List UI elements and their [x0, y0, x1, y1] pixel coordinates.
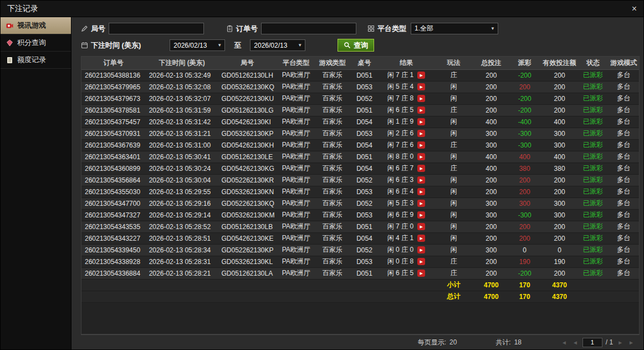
column-header[interactable]: 游戏模式	[609, 57, 639, 69]
table-row[interactable]: 2602130543709312026-02-13 05:31:21GD0532…	[81, 128, 639, 139]
play-video-icon[interactable]: ▶	[417, 130, 425, 137]
cell-play-type: 庄	[433, 69, 474, 81]
first-page-button[interactable]: ◄	[560, 339, 568, 346]
play-video-icon[interactable]: ▶	[417, 270, 425, 277]
column-header[interactable]: 平台类型	[277, 57, 315, 69]
play-video-icon[interactable]: ▶	[417, 176, 425, 184]
date-from-picker[interactable]: 2026/02/13 ▼	[170, 39, 225, 51]
cell-payout: 200	[508, 174, 541, 186]
platform-type-select[interactable]: 1.全部 ▼	[411, 23, 498, 34]
play-video-icon[interactable]: ▶	[417, 83, 425, 90]
cell-game-type: 百家乐	[315, 197, 349, 209]
play-video-icon[interactable]: ▶	[417, 165, 425, 172]
per-page-value[interactable]: 20	[449, 338, 457, 346]
table-row[interactable]: 2602130543477002026-02-13 05:29:16GD0522…	[81, 197, 639, 209]
result-text: 闲 8 庄 0	[387, 153, 413, 160]
sidebar-item-video-games[interactable]: 视讯游戏	[1, 17, 71, 34]
table-row[interactable]: 2602130543394502026-02-13 05:28:34GD0522…	[81, 244, 639, 256]
query-button[interactable]: 查询	[338, 39, 374, 52]
cell-game-type: 百家乐	[315, 163, 349, 174]
play-video-icon[interactable]: ▶	[417, 188, 425, 195]
column-header[interactable]: 总投注	[474, 57, 508, 69]
play-video-icon[interactable]: ▶	[417, 95, 425, 102]
cell-total-bet: 200	[474, 69, 508, 81]
column-header[interactable]: 下注时间 (美东)	[146, 57, 218, 69]
cell-round-number: GD051262130LE	[218, 151, 277, 163]
cell-empty	[380, 291, 433, 302]
cell-empty	[577, 279, 608, 291]
cell-table-number: D053	[349, 209, 380, 221]
table-row[interactable]: 2602130543435352026-02-13 05:28:52GD0512…	[81, 221, 639, 232]
cell-order-number: 260213054370931	[81, 128, 146, 139]
play-video-icon[interactable]: ▶	[417, 118, 425, 125]
cell-order-number: 260213054343535	[81, 221, 146, 232]
sidebar-item-label: 额度记录	[17, 55, 46, 65]
date-to-picker[interactable]: 2026/02/13 ▼	[250, 39, 305, 51]
table-row[interactable]: 2602130543473272026-02-13 05:29:14GD0532…	[81, 209, 639, 221]
table-row[interactable]: 2602130543368842026-02-13 05:28:21GD0512…	[81, 267, 639, 279]
cell-platform-type: PA欧洲厅	[277, 256, 315, 267]
page-number-input[interactable]	[582, 338, 602, 347]
per-page-group: 每页显示: 20	[418, 338, 457, 347]
table-row[interactable]: 2602130543796732026-02-13 05:32:07GD0522…	[81, 93, 639, 104]
cell-bet-time: 2026-02-13 05:30:04	[146, 174, 218, 186]
table-row[interactable]: 2602130543568642026-02-13 05:30:04GD0522…	[81, 174, 639, 186]
sidebar-item-quota-records[interactable]: 额度记录	[1, 52, 71, 69]
play-video-icon[interactable]: ▶	[417, 106, 425, 114]
play-video-icon[interactable]: ▶	[417, 223, 425, 230]
last-page-button[interactable]: ►	[627, 339, 635, 346]
close-icon[interactable]: ×	[632, 4, 637, 13]
title-bar: 下注记录 ×	[1, 1, 643, 17]
table-row[interactable]: 2602130543785812026-02-13 05:31:59GD0512…	[81, 104, 639, 116]
table-row[interactable]: 2602130543754572026-02-13 05:31:42GD0542…	[81, 116, 639, 128]
summary-label: 总计	[433, 291, 474, 302]
column-header[interactable]: 玩法	[433, 57, 474, 69]
cell-platform-type: PA欧洲厅	[277, 104, 315, 116]
table-row[interactable]: 2602130543881362026-02-13 05:32:49GD0512…	[81, 69, 639, 81]
column-header[interactable]: 结果	[380, 57, 433, 69]
result-text: 闲 6 庄 9	[387, 211, 413, 219]
summary-valid-bet: 4370	[541, 291, 577, 302]
summary-payout: 170	[508, 279, 541, 291]
diamond-icon	[6, 39, 13, 47]
play-video-icon[interactable]: ▶	[417, 141, 425, 149]
sidebar-item-points-query[interactable]: 积分查询	[1, 34, 71, 52]
result-text: 闲 7 庄 8	[387, 94, 413, 102]
column-header[interactable]: 状态	[577, 57, 608, 69]
cell-game-type: 百家乐	[315, 174, 349, 186]
round-number-input[interactable]	[109, 23, 204, 34]
cell-result: 闲 2 庄 6▶	[380, 128, 433, 139]
next-page-button[interactable]: ►	[616, 339, 624, 346]
play-video-icon[interactable]: ▶	[417, 72, 425, 79]
table-row[interactable]: 2602130543799652026-02-13 05:32:08GD0532…	[81, 81, 639, 93]
column-header[interactable]: 有效投注额	[541, 57, 577, 69]
play-video-icon[interactable]: ▶	[417, 153, 425, 160]
play-video-icon[interactable]: ▶	[417, 235, 425, 242]
platform-type-value: 1.全部	[415, 24, 433, 33]
play-video-icon[interactable]: ▶	[417, 211, 425, 219]
cell-status: 已派彩	[577, 221, 608, 232]
cell-game-type: 百家乐	[315, 232, 349, 244]
table-header-row: 订单号下注时间 (美东)局号平台类型游戏类型桌号结果玩法总投注派彩有效投注额状态…	[81, 57, 639, 69]
table-row[interactable]: 2602130543676392026-02-13 05:31:00GD0542…	[81, 139, 639, 151]
column-header[interactable]: 派彩	[508, 57, 541, 69]
play-video-icon[interactable]: ▶	[417, 246, 425, 253]
table-row[interactable]: 2602130543550302026-02-13 05:29:55GD0532…	[81, 186, 639, 197]
table-row[interactable]: 2602130543634012026-02-13 05:30:41GD0512…	[81, 151, 639, 163]
column-header[interactable]: 订单号	[81, 57, 146, 69]
cell-play-type: 庄	[433, 267, 474, 279]
cell-empty	[609, 279, 639, 291]
column-header[interactable]: 桌号	[349, 57, 380, 69]
table-row[interactable]: 2602130543389282026-02-13 05:28:31GD0532…	[81, 256, 639, 267]
order-number-input[interactable]	[261, 23, 356, 34]
column-header[interactable]: 游戏类型	[315, 57, 349, 69]
table-row[interactable]: 2602130543608992026-02-13 05:30:24GD0542…	[81, 163, 639, 174]
play-video-icon[interactable]: ▶	[417, 258, 425, 265]
cell-total-bet: 300	[474, 244, 508, 256]
cell-total-bet: 200	[474, 81, 508, 93]
betting-records-window: 下注记录 × 视讯游戏 积分查询 额度记录	[0, 0, 644, 350]
table-row[interactable]: 2602130543432272026-02-13 05:28:51GD0542…	[81, 232, 639, 244]
column-header[interactable]: 局号	[218, 57, 277, 69]
prev-page-button[interactable]: ◄	[571, 339, 579, 346]
play-video-icon[interactable]: ▶	[417, 200, 425, 207]
